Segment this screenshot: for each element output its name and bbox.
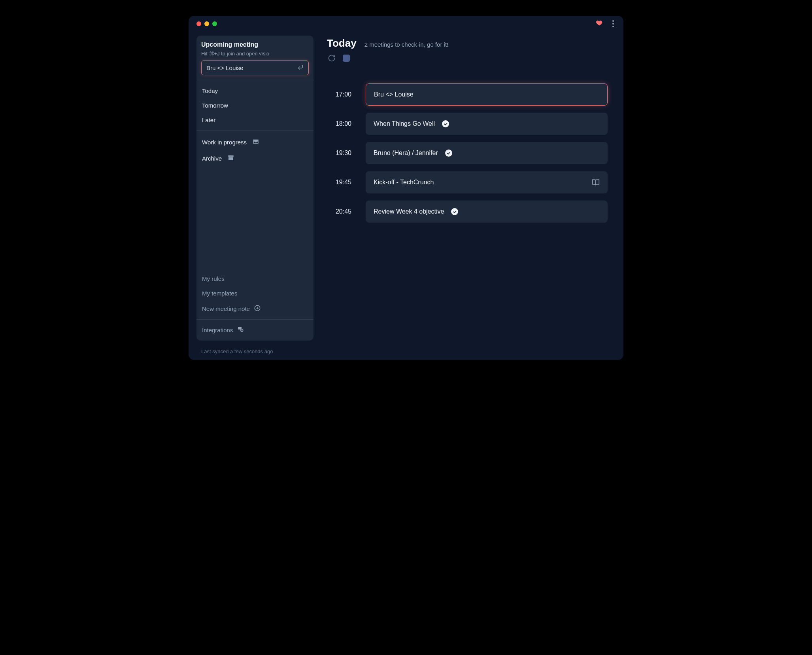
check-circle-icon xyxy=(451,208,458,215)
inbox-icon xyxy=(252,138,259,146)
meeting-card[interactable]: Bru <> Louise xyxy=(366,83,608,106)
meeting-title: When Things Go Well xyxy=(374,120,435,127)
sidebar-item-label: My rules xyxy=(202,275,225,282)
sidebar-item-label: Integrations xyxy=(202,327,233,333)
sidebar-item-label: Later xyxy=(202,117,215,123)
meeting-time: 18:00 xyxy=(327,120,351,127)
window-minimize-button[interactable] xyxy=(204,21,209,26)
sidebar-item-integrations[interactable]: Integrations xyxy=(196,322,313,338)
sidebar-item-rules[interactable]: My rules xyxy=(196,271,313,286)
toolbar xyxy=(327,54,608,62)
meeting-title: Kick-off - TechCrunch xyxy=(374,179,434,186)
sidebar-item-label: Tomorrow xyxy=(202,102,228,109)
sidebar-item-archive[interactable]: Archive xyxy=(196,150,313,167)
sidebar-item-templates[interactable]: My templates xyxy=(196,286,313,301)
upcoming-hint: Hit ⌘+J to join and open visio xyxy=(201,51,309,57)
schedule-row: 19:45Kick-off - TechCrunch xyxy=(327,171,608,193)
sidebar-item-label: Today xyxy=(202,87,218,94)
page-subtitle: 2 meetings to check-in, go for it! xyxy=(364,41,449,48)
content: Upcoming meeting Hit ⌘+J to join and ope… xyxy=(189,32,623,345)
heart-icon[interactable] xyxy=(596,19,603,28)
check-circle-icon xyxy=(445,150,452,157)
window-maximize-button[interactable] xyxy=(212,21,217,26)
upcoming-title: Upcoming meeting xyxy=(201,41,309,48)
traffic-lights xyxy=(196,21,217,26)
meeting-title: Bru <> Louise xyxy=(374,91,414,98)
app-window: Upcoming meeting Hit ⌘+J to join and ope… xyxy=(189,16,623,360)
sidebar-item-label: Work in progress xyxy=(202,139,247,146)
meeting-time: 20:45 xyxy=(327,208,351,215)
sidebar-item-label: New meeting note xyxy=(202,305,250,312)
schedule-row: 19:30Bruno (Hera) / Jennifer xyxy=(327,142,608,164)
main: Today 2 meetings to check-in, go for it!… xyxy=(313,32,623,345)
page-title: Today xyxy=(327,37,357,49)
meeting-card[interactable]: Bruno (Hera) / Jennifer xyxy=(366,142,608,164)
meeting-title: Review Week 4 objective xyxy=(374,208,444,215)
sidebar-item-label: Archive xyxy=(202,155,222,162)
schedule-row: 18:00When Things Go Well xyxy=(327,113,608,135)
meeting-time: 17:00 xyxy=(327,91,351,98)
sidebar-spacer xyxy=(196,170,313,269)
meeting-card[interactable]: Kick-off - TechCrunch xyxy=(366,171,608,193)
enter-icon xyxy=(297,64,304,72)
nav-list-primary: Today Tomorrow Later xyxy=(196,80,313,131)
upcoming-current-label: Bru <> Louise xyxy=(206,64,243,71)
titlebar-right xyxy=(596,19,616,29)
check-circle-icon xyxy=(442,120,449,127)
sidebar-item-label: My templates xyxy=(202,290,237,297)
window-close-button[interactable] xyxy=(196,21,201,26)
sync-status: Last synced a few seconds ago xyxy=(189,345,623,360)
sidebar-item-today[interactable]: Today xyxy=(196,83,313,98)
schedule-row: 20:45Review Week 4 objective xyxy=(327,201,608,223)
upcoming-current-meeting[interactable]: Bru <> Louise xyxy=(201,61,309,75)
more-menu-button[interactable] xyxy=(611,19,616,29)
meeting-card[interactable]: When Things Go Well xyxy=(366,113,608,135)
sidebar-item-new-note[interactable]: New meeting note xyxy=(196,301,313,317)
upcoming-meeting-card: Upcoming meeting Hit ⌘+J to join and ope… xyxy=(196,36,313,80)
sidebar-integrations-section: Integrations xyxy=(196,320,313,341)
sidebar-item-wip[interactable]: Work in progress xyxy=(196,134,313,150)
book-icon[interactable] xyxy=(592,178,600,186)
refresh-button[interactable] xyxy=(328,54,336,62)
sidebar-item-tomorrow[interactable]: Tomorrow xyxy=(196,98,313,113)
schedule-row: 17:00Bru <> Louise xyxy=(327,83,608,106)
schedule: 17:00Bru <> Louise18:00When Things Go We… xyxy=(327,83,608,223)
meeting-time: 19:30 xyxy=(327,150,351,157)
sidebar: Upcoming meeting Hit ⌘+J to join and ope… xyxy=(196,36,313,341)
sidebar-item-later[interactable]: Later xyxy=(196,113,313,127)
stop-button[interactable] xyxy=(343,55,350,62)
integrations-icon xyxy=(237,326,244,334)
meeting-title: Bruno (Hera) / Jennifer xyxy=(374,150,438,157)
sidebar-bottom-list: My rules My templates New meeting note xyxy=(196,269,313,319)
meeting-time: 19:45 xyxy=(327,179,351,186)
archive-icon xyxy=(227,154,234,163)
plus-circle-icon xyxy=(254,305,261,313)
nav-list-secondary: Work in progress Archive xyxy=(196,131,313,170)
meeting-card[interactable]: Review Week 4 objective xyxy=(366,201,608,223)
titlebar xyxy=(189,16,623,32)
main-header: Today 2 meetings to check-in, go for it! xyxy=(327,37,608,49)
